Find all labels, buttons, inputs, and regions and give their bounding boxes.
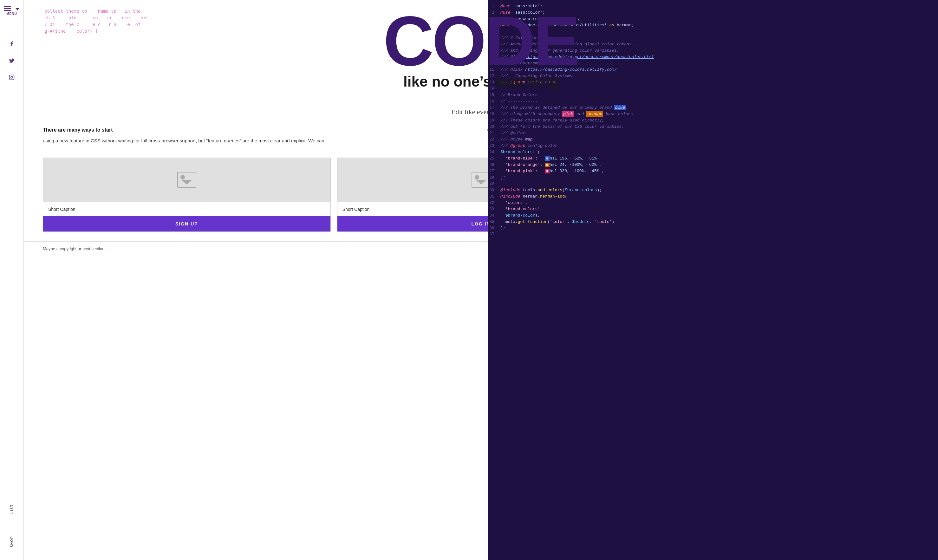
- code-line-30: 30 @include tools.add-colors($brand-colo…: [488, 187, 938, 194]
- vertical-labels: LIST SHOP: [10, 504, 14, 547]
- code-line-36: 36 );: [488, 225, 938, 231]
- code-line-21: 21 /// @colors: [488, 130, 938, 136]
- card-1-caption: Short Caption: [43, 202, 331, 216]
- sidebar-divider: [12, 25, 12, 38]
- code-line-37: 37: [488, 231, 938, 238]
- footer-text: Maybe a copyright or next section …: [43, 246, 110, 251]
- social-icons: [9, 41, 15, 82]
- code-line-33: 33 'brand-colors',: [488, 206, 938, 212]
- menu-button[interactable]: MENU: [4, 6, 19, 15]
- code-line-18: 18 /// along with secondary pink and ora…: [488, 111, 938, 117]
- code-line-35: 35 meta.get-function('color', $module: '…: [488, 219, 938, 225]
- content-col-1-text: using a new feature in CSS without waiti…: [43, 137, 475, 145]
- code-line-16: 16 // ------------: [488, 98, 938, 105]
- shop-label[interactable]: SHOP: [10, 536, 14, 547]
- svg-point-1: [11, 77, 13, 78]
- card-1-button[interactable]: SIGN UP: [43, 216, 331, 231]
- code-line-20: 20 /// but form the basis of our CSS col…: [488, 124, 938, 130]
- code-line-17: 17 /// The brand is defined by our prima…: [488, 105, 938, 111]
- code-line-19: 19 /// These colors are rarely used dire…: [488, 117, 938, 124]
- content-col-1-title: There are many ways to start: [43, 126, 475, 134]
- instagram-icon[interactable]: [9, 74, 15, 82]
- hero-subtitle: like no one’s watching: [43, 73, 919, 90]
- code-line-22: 22 /// @type map: [488, 136, 938, 143]
- menu-label: MENU: [6, 12, 17, 15]
- card-1-image: [43, 158, 331, 202]
- card-1: Short Caption SIGN UP: [43, 158, 331, 232]
- menu-icon: [4, 6, 11, 11]
- code-line-24: 24 $brand-colors: (: [488, 149, 938, 155]
- code-line-27: 27 'brand-pink': ■hsl 330, ·100%, ·45% ,: [488, 168, 938, 174]
- code-line-28: 28 );: [488, 174, 938, 181]
- code-line-34: 34 $brand-colors,: [488, 212, 938, 219]
- hero-section: collect theme co name va in the ch $ olo…: [24, 0, 938, 102]
- code-line-26: 26 'brand-orange': ■hsl 24, ·100%, ·62% …: [488, 162, 938, 168]
- sidebar: MENU LIST SHOP: [0, 0, 24, 560]
- placeholder-image-icon-1: [177, 172, 196, 188]
- svg-point-2: [13, 76, 13, 77]
- twitter-icon[interactable]: [9, 58, 15, 65]
- code-line-23: 23 /// @group config-color: [488, 143, 938, 149]
- menu-arrow-icon: [15, 8, 19, 11]
- code-line-31: 31 @include herman.herman-add(: [488, 194, 938, 200]
- code-line-15: 15 // Brand Colors: [488, 92, 938, 98]
- svg-rect-0: [9, 75, 14, 80]
- code-line-29: 29: [488, 181, 938, 187]
- hero-code-word: CODE: [383, 6, 579, 76]
- code-line-25: 25 'brand-blue': ■hsl 195, ·52%, ·31% ,: [488, 155, 938, 162]
- list-label[interactable]: LIST: [10, 504, 14, 514]
- facebook-icon[interactable]: [9, 41, 15, 48]
- content-col-1: There are many ways to start using a new…: [43, 126, 475, 145]
- code-line-32: 32 'colors',: [488, 200, 938, 206]
- hero-big-text: collect theme co name va in the ch $ olo…: [43, 6, 919, 76]
